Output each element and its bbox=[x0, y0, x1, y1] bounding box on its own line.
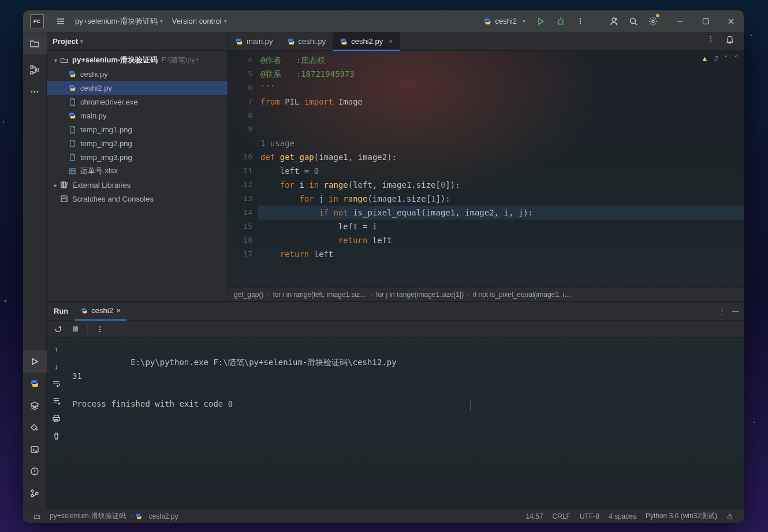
status-interpreter[interactable]: Python 3.6 (win32测试) bbox=[641, 511, 722, 521]
tree-file[interactable]: temp_img2.png bbox=[47, 136, 228, 150]
vcs-icon[interactable] bbox=[23, 482, 47, 504]
run-configuration-selector[interactable]: ceshi2 ▾ bbox=[478, 17, 531, 25]
svg-rect-10 bbox=[36, 69, 39, 71]
breadcrumb-segment[interactable]: for i in range(left, image1.siz… bbox=[273, 291, 367, 299]
run-config-tab[interactable]: ceshi2 × bbox=[75, 302, 126, 321]
editor-tab[interactable]: ceshi2.py× bbox=[333, 32, 400, 50]
scroll-to-end-icon[interactable] bbox=[49, 393, 64, 408]
python-packages-icon[interactable] bbox=[23, 373, 47, 395]
tree-file[interactable]: 运单号.xlsx bbox=[47, 164, 228, 178]
tab-label: ceshi2.py bbox=[351, 37, 383, 46]
status-path-file[interactable]: ceshi2.py bbox=[144, 512, 183, 520]
inspection-widget[interactable]: ▲ 2 ˄ ˅ bbox=[701, 54, 738, 63]
status-path-root[interactable]: py+selenium-滑块验证码 bbox=[45, 511, 131, 521]
rerun-button[interactable] bbox=[50, 322, 65, 337]
svg-point-13 bbox=[37, 91, 39, 93]
window-maximize[interactable] bbox=[693, 10, 718, 32]
breadcrumb-segment[interactable]: for j in range(image1.size[1]) bbox=[376, 291, 464, 299]
up-stack-icon[interactable]: ↑ bbox=[49, 341, 64, 356]
run-button[interactable] bbox=[531, 10, 551, 32]
svg-point-27 bbox=[99, 330, 100, 332]
tree-file[interactable]: temp_img3.png bbox=[47, 150, 228, 164]
console-output[interactable]: E:\py\python.exe F:\随笔\py+selenium-滑块验证码… bbox=[66, 338, 744, 509]
minimize-icon[interactable]: — bbox=[732, 307, 739, 315]
tab-actions-icon[interactable] bbox=[707, 35, 721, 49]
run-tool-icon[interactable] bbox=[23, 351, 47, 373]
svg-point-6 bbox=[652, 20, 654, 23]
external-libraries[interactable]: ▸ External Libraries bbox=[47, 178, 228, 192]
close-icon[interactable]: × bbox=[117, 306, 121, 315]
statusbar: py+selenium-滑块验证码 › ceshi2.py 14:57 CRLF… bbox=[23, 509, 744, 523]
soft-wrap-icon[interactable] bbox=[49, 376, 64, 391]
chevron-down-icon: ▾ bbox=[160, 18, 163, 24]
structure-tool-icon[interactable] bbox=[23, 59, 47, 81]
print-icon[interactable] bbox=[49, 411, 64, 426]
terminal-icon[interactable] bbox=[23, 438, 47, 460]
run-toolbar bbox=[47, 321, 744, 338]
project-name: py+selenium-滑块验证码 bbox=[75, 16, 158, 27]
tree-root[interactable]: ▾ py+selenium-滑块验证码 F:\随笔\py+ bbox=[47, 53, 228, 67]
clear-icon[interactable] bbox=[49, 428, 64, 443]
project-selector[interactable]: py+selenium-滑块验证码 ▾ bbox=[70, 10, 167, 32]
editor-tab[interactable]: ceshi.py bbox=[280, 32, 333, 50]
run-side-toolbar: ↑ ↓ bbox=[47, 338, 66, 509]
more-icon[interactable]: ⋮ bbox=[718, 307, 726, 315]
file-name: 运单号.xlsx bbox=[80, 166, 118, 176]
window-close[interactable] bbox=[718, 10, 744, 32]
editor-tabs: main.pyceshi.pyceshi2.py× bbox=[228, 32, 744, 51]
svg-rect-20 bbox=[61, 196, 67, 202]
tree-file[interactable]: main.py bbox=[47, 109, 228, 122]
python-console-icon[interactable] bbox=[23, 416, 47, 438]
python-icon bbox=[81, 307, 88, 314]
stop-button[interactable] bbox=[68, 322, 83, 337]
version-control-menu[interactable]: Version control ▾ bbox=[167, 10, 232, 32]
svg-rect-8 bbox=[31, 66, 33, 68]
status-time: 14:57 bbox=[521, 512, 548, 520]
chevron-down-icon: ▾ bbox=[80, 38, 83, 44]
svg-rect-7 bbox=[703, 18, 709, 24]
more-tools-icon[interactable] bbox=[23, 81, 47, 103]
scratches-and-consoles[interactable]: Scratches and Consoles bbox=[47, 192, 228, 206]
editor-tab[interactable]: main.py bbox=[228, 32, 280, 50]
close-icon[interactable]: × bbox=[389, 38, 393, 46]
file-name: temp_img3.png bbox=[80, 153, 132, 162]
chevron-right-icon: ▸ bbox=[51, 182, 59, 188]
project-tree: ▾ py+selenium-滑块验证码 F:\随笔\py+ ceshi.pyce… bbox=[47, 51, 228, 301]
titlebar: PC py+selenium-滑块验证码 ▾ Version control ▾… bbox=[23, 10, 744, 32]
breadcrumb-segment[interactable]: if not is_pixel_equal(image1, i… bbox=[473, 291, 571, 299]
tree-file[interactable]: temp_img1.png bbox=[47, 122, 228, 136]
problems-icon[interactable] bbox=[23, 460, 47, 482]
svg-rect-29 bbox=[53, 417, 59, 421]
svg-rect-9 bbox=[31, 72, 33, 74]
breadcrumb-segment[interactable]: get_gap() bbox=[234, 291, 263, 299]
chevron-down-icon: ▾ bbox=[224, 18, 227, 24]
status-line-sep[interactable]: CRLF bbox=[548, 512, 575, 520]
debug-button[interactable] bbox=[551, 10, 571, 32]
tree-file[interactable]: chromedriver.exe bbox=[47, 95, 228, 109]
lock-icon[interactable] bbox=[722, 513, 738, 520]
settings-icon[interactable] bbox=[643, 10, 663, 32]
window-minimize[interactable] bbox=[668, 10, 693, 32]
main-menu-icon[interactable] bbox=[51, 10, 70, 32]
status-indent[interactable]: 4 spaces bbox=[604, 512, 641, 520]
notifications-icon[interactable] bbox=[725, 35, 739, 49]
tree-file[interactable]: ceshi.py bbox=[47, 67, 228, 81]
services-icon[interactable] bbox=[23, 395, 47, 416]
more-actions-icon[interactable] bbox=[571, 10, 590, 32]
search-icon[interactable] bbox=[624, 10, 643, 32]
status-encoding[interactable]: UTF-8 bbox=[575, 512, 604, 520]
run-tool-window: Run ceshi2 × ⋮ — bbox=[47, 301, 744, 509]
collaborate-icon[interactable] bbox=[604, 10, 624, 32]
file-icon bbox=[68, 154, 77, 161]
chevron-down-icon[interactable]: ˅ bbox=[734, 54, 738, 63]
tree-file[interactable]: ceshi2.py bbox=[47, 81, 228, 95]
scratch-icon bbox=[59, 195, 69, 203]
down-stack-icon[interactable]: ↓ bbox=[49, 359, 64, 374]
chevron-up-icon[interactable]: ˄ bbox=[724, 54, 728, 63]
project-tool-icon[interactable] bbox=[23, 32, 47, 54]
project-pane-header[interactable]: Project ▾ bbox=[47, 32, 228, 51]
more-actions-icon[interactable] bbox=[92, 322, 107, 337]
breadcrumb[interactable]: get_gap()›for i in range(left, image1.si… bbox=[228, 287, 744, 301]
update-indicator bbox=[656, 14, 659, 17]
code-editor[interactable]: 4567891011121314151617 @作者 :庄志权@联系 :1872… bbox=[228, 51, 744, 287]
